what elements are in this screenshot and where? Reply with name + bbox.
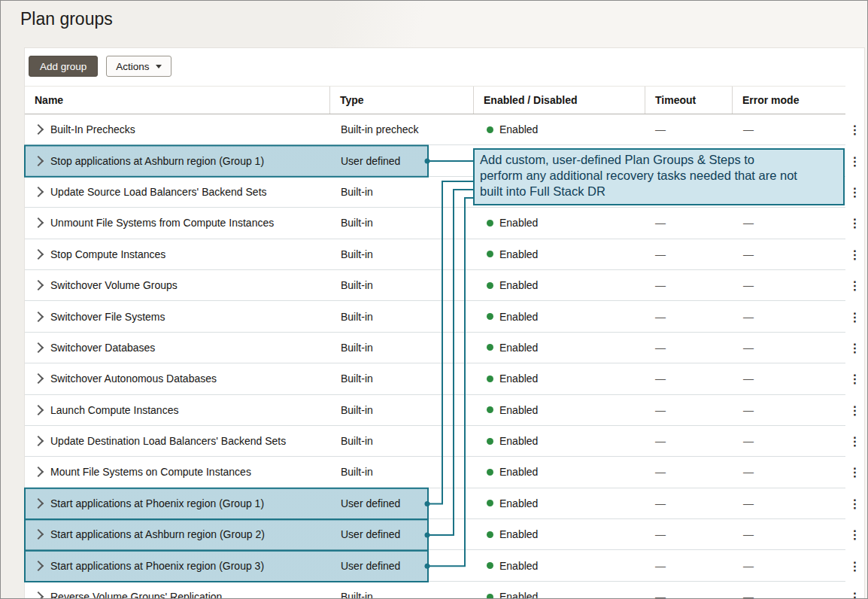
table-row[interactable]: Mount File Systems on Compute Instances … [25, 457, 864, 488]
actions-button[interactable]: Actions [106, 56, 171, 77]
row-menu-button[interactable]: ⋮ [845, 519, 864, 550]
table-row[interactable]: Launch Compute Instances Built-in Enable… [25, 395, 864, 426]
row-name: Start applications at Ashburn region (Gr… [50, 528, 265, 540]
row-menu-button[interactable]: ⋮ [845, 333, 864, 363]
row-menu-button[interactable]: ⋮ [845, 457, 864, 488]
expand-chevron-icon[interactable] [33, 405, 44, 415]
table-row[interactable]: Reverse Volume Groups' Replication Built… [25, 582, 864, 599]
row-status: Enabled [499, 466, 538, 478]
row-name: Mount File Systems on Compute Instances [50, 466, 251, 478]
table-row-main: Update Destination Load Balancers' Backe… [25, 426, 845, 457]
row-menu-button[interactable]: ⋮ [845, 114, 864, 145]
expand-chevron-icon[interactable] [33, 311, 44, 321]
row-name: Update Source Load Balancers' Backend Se… [50, 186, 267, 198]
row-status: Enabled [499, 217, 538, 229]
table-row-main: Start applications at Phoenix region (Gr… [25, 488, 845, 519]
expand-chevron-icon[interactable] [33, 187, 44, 197]
expand-chevron-icon[interactable] [33, 467, 44, 477]
annotation-text-line: Add custom, user-defined Plan Groups & S… [480, 152, 839, 168]
expand-chevron-icon[interactable] [33, 591, 44, 599]
row-name: Stop applications at Ashburn region (Gro… [50, 155, 264, 167]
expand-chevron-icon[interactable] [33, 249, 44, 260]
table-row[interactable]: Start applications at Phoenix region (Gr… [25, 550, 864, 581]
row-type: User defined [330, 488, 474, 518]
status-dot-icon [487, 282, 493, 289]
table-row[interactable]: Stop Compute Instances Built-in Enabled … [25, 239, 864, 270]
table-row-main: Launch Compute Instances Built-in Enable… [25, 395, 845, 426]
row-menu-button[interactable]: ⋮ [845, 270, 864, 301]
plan-groups-screen: Plan groups Add group Actions Name Type … [0, 0, 868, 599]
row-status: Enabled [499, 248, 538, 260]
row-timeout: — [645, 426, 733, 456]
table-row[interactable]: Switchover Volume Groups Built-in Enable… [25, 270, 864, 301]
row-menu-button[interactable]: ⋮ [845, 177, 864, 208]
expand-chevron-icon[interactable] [33, 529, 44, 540]
expand-chevron-icon[interactable] [33, 217, 44, 228]
row-menu-button[interactable]: ⋮ [845, 550, 864, 581]
table-row[interactable]: Start applications at Ashburn region (Gr… [25, 519, 864, 550]
row-menu-button[interactable]: ⋮ [845, 239, 864, 270]
row-menu-button[interactable]: ⋮ [845, 145, 864, 176]
expand-chevron-icon[interactable] [33, 561, 44, 571]
row-menu-button[interactable]: ⋮ [845, 363, 864, 394]
expand-chevron-icon[interactable] [33, 373, 44, 384]
row-status: Enabled [499, 435, 538, 447]
row-status: Enabled [499, 342, 538, 354]
row-status: Enabled [499, 279, 538, 291]
row-name: Start applications at Phoenix region (Gr… [50, 497, 264, 509]
annotation-text-line: perform any additional recovery tasks ne… [480, 168, 839, 184]
row-name: Switchover File Systems [50, 311, 165, 323]
column-header-name: Name [25, 87, 330, 114]
status-dot-icon [487, 531, 493, 538]
row-menu-button[interactable]: ⋮ [845, 582, 864, 599]
expand-chevron-icon[interactable] [33, 124, 44, 135]
expand-chevron-icon[interactable] [33, 498, 44, 509]
table-row[interactable]: Switchover Autonomous Databases Built-in… [25, 363, 864, 394]
row-menu-button[interactable]: ⋮ [845, 301, 864, 332]
row-menu-button[interactable]: ⋮ [845, 426, 864, 457]
table-row[interactable]: Switchover File Systems Built-in Enabled… [25, 301, 864, 332]
row-type: Built-in [330, 582, 474, 599]
row-error-mode: — [733, 363, 845, 394]
row-timeout: — [645, 550, 733, 580]
status-dot-icon [487, 126, 493, 133]
status-dot-icon [487, 562, 493, 569]
row-type: Built-in [330, 457, 474, 487]
row-error-mode: — [733, 519, 845, 549]
table-row[interactable]: Start applications at Phoenix region (Gr… [25, 488, 864, 519]
row-timeout: — [645, 270, 733, 300]
row-name: Switchover Volume Groups [50, 279, 178, 291]
add-group-button[interactable]: Add group [29, 56, 98, 77]
status-dot-icon [487, 251, 493, 257]
table-row-main: Switchover File Systems Built-in Enabled… [25, 301, 845, 332]
table-row[interactable]: Update Destination Load Balancers' Backe… [25, 426, 864, 457]
row-status: Enabled [499, 497, 538, 509]
row-timeout: — [645, 333, 733, 363]
expand-chevron-icon[interactable] [33, 342, 44, 353]
expand-chevron-icon[interactable] [33, 156, 44, 166]
table-row[interactable]: Switchover Databases Built-in Enabled — … [25, 333, 864, 363]
status-dot-icon [487, 500, 493, 506]
row-status: Enabled [499, 528, 538, 540]
row-error-mode: — [733, 395, 845, 425]
row-timeout: — [645, 208, 733, 238]
table-row[interactable]: Built-In Prechecks Built-in precheck Ena… [25, 114, 864, 145]
row-error-mode: — [733, 488, 845, 518]
row-menu-button[interactable]: ⋮ [845, 488, 864, 519]
table-row[interactable]: Unmount File Systems from Compute Instan… [25, 208, 864, 239]
expand-chevron-icon[interactable] [33, 280, 44, 290]
toolbar: Add group Actions [25, 48, 864, 86]
row-type: User defined [330, 519, 474, 549]
table-row-main: Reverse Volume Groups' Replication Built… [25, 582, 845, 599]
expand-chevron-icon[interactable] [33, 436, 44, 446]
row-menu-button[interactable]: ⋮ [845, 395, 864, 426]
status-dot-icon [487, 406, 493, 413]
row-status: Enabled [499, 311, 538, 323]
row-menu-button[interactable]: ⋮ [845, 208, 864, 239]
row-type: Built-in [330, 301, 474, 331]
status-dot-icon [487, 376, 493, 382]
table-row-main: Start applications at Phoenix region (Gr… [25, 550, 845, 581]
row-error-mode: — [733, 301, 845, 331]
table-row-main: Start applications at Ashburn region (Gr… [25, 519, 845, 550]
column-header-timeout: Timeout [645, 87, 733, 114]
